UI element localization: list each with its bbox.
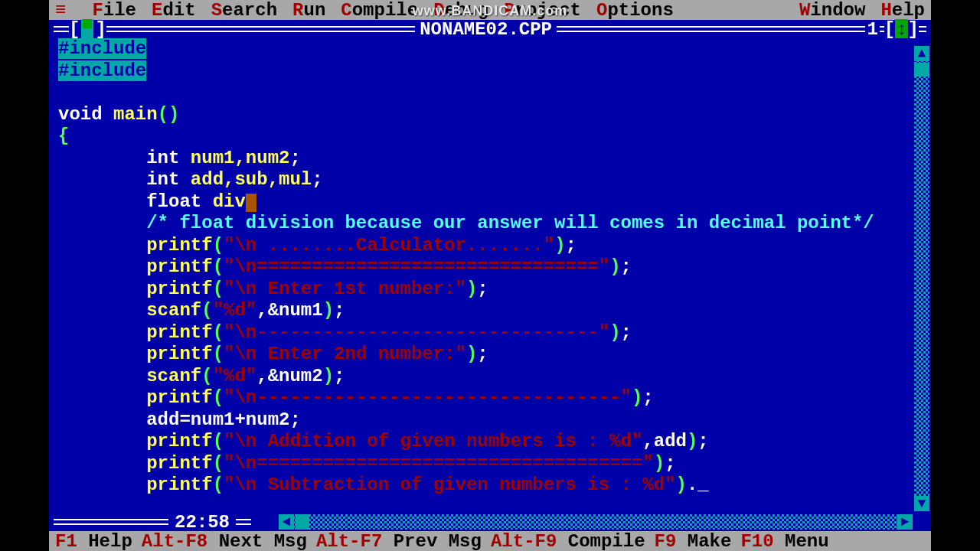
code-line: printf("\n------------------------------… — [58, 322, 903, 344]
scroll-left-icon[interactable]: ◄ — [279, 514, 294, 530]
code-editor[interactable]: #include#include void main(){ int num1,n… — [58, 38, 922, 513]
status-hint[interactable]: Alt-F7 Prev Msg — [316, 531, 482, 552]
menu-options[interactable]: Options — [596, 0, 674, 21]
code-line: add=num1+num2; — [58, 409, 903, 432]
code-line: #include — [58, 38, 903, 60]
code-line: int num1,num2; — [58, 148, 903, 170]
code-line: int add,sub,mul; — [58, 169, 903, 191]
vertical-scrollbar[interactable]: ▲ ▼ — [914, 46, 929, 511]
code-line: printf("\n ........Calculator......."); — [58, 235, 903, 257]
code-line: printf("\n==============================… — [58, 453, 903, 475]
scroll-up-icon[interactable]: ▲ — [914, 46, 929, 61]
status-hint[interactable]: Alt-F8 Next Msg — [142, 531, 307, 552]
menu-edit[interactable]: Edit — [152, 0, 196, 21]
title-bar: [ ] NONAME02.CPP 1 [↕] — [49, 20, 931, 38]
code-line: scanf("%d",&num1); — [58, 300, 903, 322]
code-line: printf("\n Enter 2nd number:"); — [58, 344, 903, 366]
menu-run[interactable]: Run — [292, 0, 325, 21]
scroll-right-icon[interactable]: ► — [897, 514, 913, 530]
turbo-c-ide: www.BANDICAM.com ≡ File Edit Search Run … — [49, 0, 931, 551]
zoom-box-icon[interactable]: ↕ — [895, 19, 907, 40]
cursor-position: 22:58 — [168, 512, 236, 533]
menu-search[interactable]: Search — [211, 0, 277, 21]
status-hint[interactable]: F9 Make — [655, 531, 732, 552]
code-line: #include — [58, 60, 903, 83]
code-line: /* float division because our answer wil… — [58, 213, 903, 235]
system-menu-icon[interactable]: ≡ — [55, 0, 66, 21]
editor-window: [ ] NONAME02.CPP 1 [↕] #include#include … — [49, 20, 931, 531]
menu-debug[interactable]: Debug — [433, 0, 488, 21]
menu-help[interactable]: Help — [880, 0, 925, 21]
code-line: float div — [58, 191, 903, 214]
scroll-thumb[interactable] — [914, 63, 929, 77]
menu-project[interactable]: Project — [504, 0, 581, 21]
status-bar: F1 HelpAlt-F8 Next MsgAlt-F7 Prev MsgAlt… — [49, 531, 931, 551]
code-line — [58, 82, 903, 104]
code-line: { — [58, 126, 903, 148]
code-line: printf("\n Enter 1st number:"); — [58, 279, 903, 301]
window-number: 1 — [865, 19, 879, 40]
menubar: ≡ File Edit Search Run Compile Debug Pro… — [49, 0, 931, 20]
status-hint[interactable]: Alt-F9 Compile — [491, 531, 645, 552]
scroll-thumb-h[interactable] — [296, 514, 309, 530]
close-box-icon[interactable] — [81, 19, 93, 40]
code-line: printf("\n==============================… — [58, 256, 903, 279]
code-line: printf("\n Subtraction of given numbers … — [58, 474, 903, 497]
menu-file[interactable]: File — [92, 0, 136, 21]
status-hint[interactable]: F10 Menu — [740, 531, 828, 552]
window-title: NONAME02.CPP — [415, 19, 557, 40]
menu-window[interactable]: Window — [799, 0, 865, 21]
horizontal-scrollbar[interactable]: ◄ ► — [279, 514, 913, 530]
status-hint[interactable]: F1 Help — [55, 531, 132, 552]
menu-compile[interactable]: Compile — [341, 0, 418, 21]
code-line: void main() — [58, 104, 903, 126]
code-line: printf("\n------------------------------… — [58, 387, 903, 409]
scroll-down-icon[interactable]: ▼ — [914, 496, 929, 511]
code-line: printf("\n Addition of given numbers is … — [58, 431, 903, 453]
code-line: scanf("%d",&num2); — [58, 366, 903, 388]
